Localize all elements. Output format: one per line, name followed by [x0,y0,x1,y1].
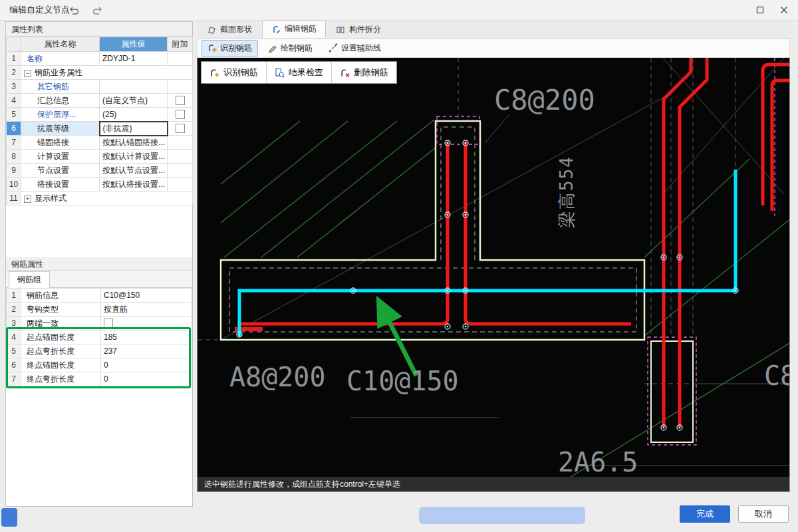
rebar-row[interactable]: 6终点锚固长度0 [7,358,192,372]
magenta-selection-outline [437,58,775,445]
rebar-value-cell[interactable]: 按直筋 [101,303,192,317]
property-value-cell[interactable]: (25) [100,108,168,122]
row-number: 5 [7,344,21,358]
float-recognize-rebar-button[interactable]: 识别钢筋 [201,62,267,83]
property-name-cell[interactable]: 节点设置 [21,164,100,178]
rebar-value-cell[interactable]: 237 [101,344,192,358]
property-name-cell[interactable]: 汇总信息 [21,94,100,108]
tab-split-component[interactable]: 构件拆分 [327,21,390,38]
rebar-name-cell: 终点锚固长度 [21,358,101,372]
maximize-icon[interactable] [749,0,771,20]
property-attach-cell [168,80,193,94]
tab-label: 截面形状 [220,24,252,35]
property-name-cell[interactable]: 搭接设置 [21,178,100,192]
collapse-icon[interactable]: − [24,70,31,77]
cancel-button[interactable]: 取消 [738,505,789,523]
result-check-icon [275,68,285,78]
undo-icon[interactable] [68,5,80,15]
finish-button[interactable]: 完成 [680,505,730,523]
recognize-rebar-button[interactable]: 识别钢筋 [201,40,258,57]
rebar-value-cell[interactable]: 185 [101,331,192,344]
draw-rebar-icon [268,43,277,53]
column-header-value[interactable]: 属性值 [100,37,168,52]
recognize-rebar-icon [207,43,217,53]
property-name-cell[interactable]: 保护层厚... [21,108,100,122]
draw-rebar-button[interactable]: 绘制钢筋 [262,40,319,57]
property-row[interactable]: 9节点设置按默认节点设置... [7,164,193,178]
rebar-value-cell[interactable]: 0 [101,372,192,386]
column-header-name[interactable]: 属性名称 [21,37,100,52]
property-row[interactable]: 1名称ZDYJD-1 [7,52,193,66]
tab-section-shape[interactable]: 截面形状 [198,21,261,38]
row-number: 5 [7,108,21,122]
rebar-row[interactable]: 2弯钩类型按直筋 [7,303,192,317]
rebar-row[interactable]: 1钢筋信息C10@150 [7,289,192,303]
property-row[interactable]: 3其它钢筋 [7,80,193,94]
property-row[interactable]: 11+显示样式 [7,192,193,205]
property-name: 显示样式 [35,194,66,203]
property-value-cell[interactable]: 按默认计算设置... [100,150,168,164]
property-name-cell[interactable]: 抗震等级 [21,122,100,136]
cad-canvas[interactable]: 识别钢筋 结果检查 删除钢筋 [197,58,790,492]
label-bottom-center: C10@150 [346,366,459,396]
property-value-cell[interactable]: 按默认搭接设置... [100,178,168,192]
rebar-value-cell[interactable]: C10@150 [101,289,192,303]
property-row[interactable]: 7锚固搭接按默认锚固搭接... [7,136,193,150]
cad-drawing[interactable]: C8@200 A8@200 C10@150 2A6.5 梁高554 C8 [198,58,790,477]
property-row[interactable]: 8计算设置按默认计算设置... [7,150,193,164]
rebar-table: 1钢筋信息C10@1502弯钩类型按直筋3两端一致4起点锚固长度1855起点弯折… [6,288,192,386]
expand-icon[interactable]: + [24,196,31,203]
both-ends-checkbox[interactable] [104,319,113,328]
row-number: 2 [7,66,21,80]
rebar-properties-header: 钢筋属性 [6,257,192,271]
window-title: 编辑自定义节点 [9,0,70,20]
property-value-cell[interactable]: (自定义节点) [100,94,168,108]
tab-label: 构件拆分 [349,24,381,35]
tab-edit-rebar[interactable]: 编辑钢筋 [262,20,326,38]
property-name-cell[interactable]: 其它钢筋 [21,80,100,94]
property-name-cell[interactable]: 计算设置 [21,150,100,164]
property-row[interactable]: 2−钢筋业务属性 [7,66,193,80]
rebar-value-cell[interactable] [101,317,192,331]
attach-checkbox[interactable] [176,110,185,119]
t-structure-outline[interactable] [221,121,644,340]
property-group-cell[interactable]: −钢筋业务属性 [21,66,193,80]
property-name-cell[interactable]: 名称 [21,52,100,66]
rebar-row[interactable]: 5起点弯折长度237 [7,344,192,358]
property-attach-cell [168,136,193,150]
rebar-name-cell: 弯钩类型 [21,303,101,317]
property-value-cell[interactable]: 按默认锚固搭接... [100,136,168,150]
rebar-row[interactable]: 7终点弯折长度0 [7,372,192,386]
property-row[interactable]: 10搭接设置按默认搭接设置... [7,178,193,192]
rebar-row[interactable]: 4起点锚固长度185 [7,331,192,344]
rebar-row[interactable]: 3两端一致 [7,317,192,331]
redo-icon[interactable] [92,5,104,15]
property-value-cell[interactable] [100,80,168,94]
attach-checkbox[interactable] [176,124,185,133]
property-row[interactable]: 4汇总信息(自定义节点) [7,94,193,108]
property-value-cell[interactable]: ZDYJD-1 [100,52,168,66]
label-bottom-left: A8@200 [229,362,326,392]
annotation-arrow [378,300,416,376]
property-name-cell[interactable]: 锚固搭接 [21,136,100,150]
close-icon[interactable] [773,0,795,20]
property-row[interactable]: 6抗震等级(非抗震) [7,122,193,136]
float-result-check-button[interactable]: 结果检查 [267,62,332,83]
float-delete-rebar-button[interactable]: 删除钢筋 [332,62,396,83]
aux-line-button[interactable]: 设置辅助线 [323,40,387,57]
toolbar-label: 设置辅助线 [341,43,381,54]
cyan-rebar[interactable] [239,170,735,336]
rebar-value-cell[interactable]: 0 [101,358,192,372]
property-group-cell[interactable]: +显示样式 [21,192,193,205]
rebar-name-cell: 两端一致 [21,317,101,331]
label-right-edge: C8 [764,360,790,391]
property-value-cell[interactable]: 按默认节点设置... [100,164,168,178]
property-value-cell[interactable]: (非抗震) [100,122,168,136]
tab-rebar-group[interactable]: 钢筋组 [9,271,50,289]
property-attach-cell [168,94,193,108]
row-number: 10 [7,178,21,192]
column-header-attach[interactable]: 附加 [168,37,193,52]
property-row[interactable]: 5保护层厚...(25) [7,108,193,122]
attach-checkbox[interactable] [176,96,185,105]
column-outline[interactable] [651,341,693,442]
